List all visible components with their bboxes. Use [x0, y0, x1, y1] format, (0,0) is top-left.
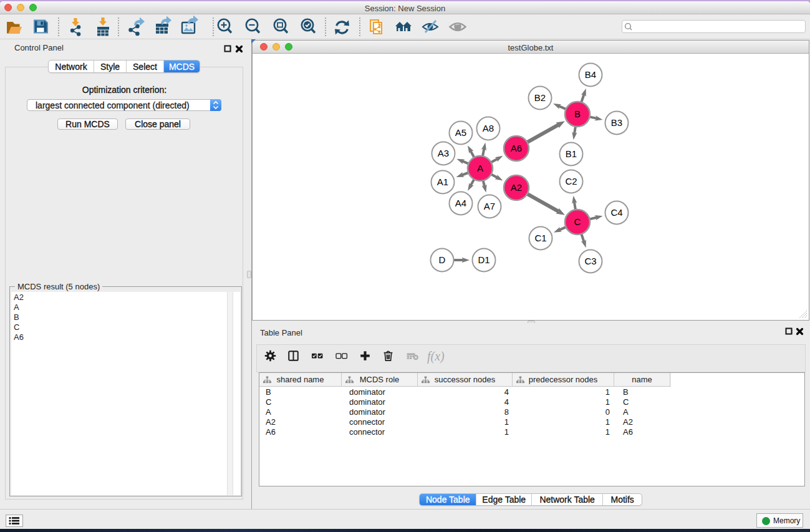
svg-text:A2: A2 — [511, 182, 522, 193]
svg-text:D: D — [439, 254, 446, 265]
svg-text:f(x): f(x) — [427, 349, 445, 364]
svg-text:A5: A5 — [455, 127, 466, 138]
svg-text:A7: A7 — [484, 201, 495, 211]
svg-text:A: A — [477, 163, 483, 173]
svg-text:C3: C3 — [584, 256, 596, 266]
svg-text:B4: B4 — [585, 69, 596, 80]
svg-text:B: B — [574, 109, 581, 119]
svg-text:A6: A6 — [511, 143, 522, 153]
svg-text:C1: C1 — [534, 233, 546, 243]
svg-text:A1: A1 — [437, 177, 448, 187]
svg-text:B3: B3 — [611, 117, 622, 128]
svg-text:D1: D1 — [478, 254, 489, 265]
svg-text:C4: C4 — [610, 207, 622, 218]
svg-text:A8: A8 — [483, 123, 494, 133]
svg-text:A4: A4 — [455, 198, 466, 208]
svg-text:C2: C2 — [565, 176, 577, 186]
svg-text:B2: B2 — [534, 92, 546, 103]
svg-text:B1: B1 — [566, 148, 577, 159]
svg-text:A3: A3 — [438, 148, 449, 158]
svg-text:C: C — [574, 216, 581, 227]
